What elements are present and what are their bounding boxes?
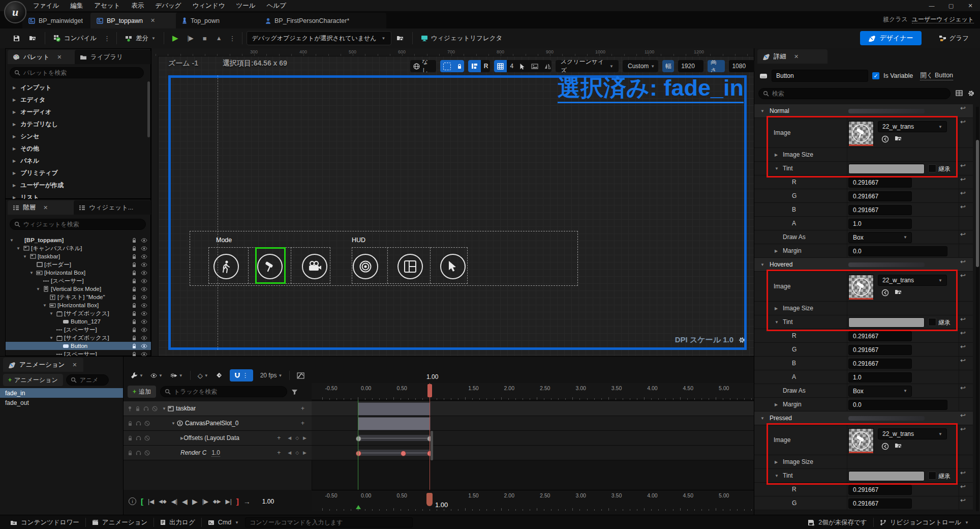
hierarchy-row-0[interactable]: ▼ [BP_toppawn] xyxy=(6,236,151,244)
size-preset-dropdown[interactable]: Custom▼ xyxy=(625,60,658,72)
menu-4[interactable]: デバッグ xyxy=(150,1,186,11)
compile-button[interactable]: コンパイル xyxy=(49,31,101,45)
playback-start-marker[interactable] xyxy=(356,505,361,509)
track-header-3[interactable]: Render C1.0 + ◀◇▶ xyxy=(124,446,312,460)
block-icon[interactable] xyxy=(144,450,150,456)
browse-asset-icon[interactable] xyxy=(895,443,902,449)
lock-icon[interactable] xyxy=(128,450,133,456)
G-value-input[interactable]: 0.291667 xyxy=(848,191,912,201)
is-variable-checkbox[interactable]: ✓ xyxy=(872,72,879,79)
track-timeline-2[interactable] xyxy=(312,431,754,446)
add-keyframe-icon[interactable]: ◇ xyxy=(295,450,299,455)
doc-tab-1[interactable]: BP_toppawn ✕ xyxy=(90,13,184,28)
to-front-button[interactable]: |◀ xyxy=(148,498,154,505)
Margin-value-input[interactable]: 0.0 xyxy=(848,400,947,410)
animation-item-fade_out[interactable]: fade_out xyxy=(0,398,123,407)
step-back-button[interactable]: ◀| xyxy=(171,498,177,505)
reset-icon[interactable]: ↩ xyxy=(960,230,966,238)
track-scrollbar[interactable] xyxy=(431,431,433,460)
designer-viewport[interactable]: 300400500600700800900100011001200 ズーム -1… xyxy=(151,48,755,356)
visibility-eye-icon[interactable] xyxy=(141,328,147,332)
hierarchy-row-10[interactable]: Button_127 xyxy=(6,317,151,326)
visibility-eye-icon[interactable] xyxy=(141,238,147,243)
menu-2[interactable]: アセット xyxy=(89,1,125,11)
debug-object-dropdown[interactable]: デバッグオブジェクトが選択されていません▼ xyxy=(247,31,391,45)
preview-image-button[interactable] xyxy=(528,60,541,72)
draw-as-dropdown[interactable]: Box▼ xyxy=(848,232,912,243)
tab-hierarchy[interactable]: 階層✕ xyxy=(8,200,80,215)
reset-icon[interactable]: ↩ xyxy=(960,425,966,433)
track-header-0[interactable]: ▼taskbar + xyxy=(124,401,312,416)
details-scrollbar-thumb[interactable] xyxy=(976,140,979,267)
screen-size-dropdown[interactable]: スクリーンサイズ▼ xyxy=(558,60,617,72)
output-log-button[interactable]: 出力ログ xyxy=(154,515,201,529)
next-keyframe-icon[interactable]: ▶ xyxy=(303,450,307,455)
playback-options[interactable]: ▼ xyxy=(170,372,183,379)
lock-icon[interactable] xyxy=(132,238,137,243)
A-value-input[interactable]: 1.0 xyxy=(848,372,912,383)
hierarchy-row-11[interactable]: [スペーサー] xyxy=(6,326,151,334)
mode-button-0[interactable] xyxy=(213,254,239,279)
add-track-button[interactable]: +追加 xyxy=(128,386,156,398)
grid-snap-toggle[interactable] xyxy=(494,60,507,72)
brush-asset-dropdown[interactable]: 22_w_trans▼ xyxy=(878,121,947,132)
palette-search-input[interactable]: パレットを検索 xyxy=(10,67,144,78)
draw-as-dropdown[interactable]: Box▼ xyxy=(848,386,912,397)
menu-5[interactable]: ウィンドウ xyxy=(188,1,230,11)
brush-thumbnail[interactable] xyxy=(848,428,874,453)
R-value-input[interactable]: 0.291667 xyxy=(848,485,912,495)
reset-icon[interactable]: ↩ xyxy=(960,272,966,279)
add-section-button[interactable]: + xyxy=(301,420,304,427)
lock-icon[interactable] xyxy=(132,295,137,300)
reset-icon[interactable]: ↩ xyxy=(960,483,966,490)
add-section-button[interactable]: + xyxy=(277,434,281,442)
track-section-bar[interactable] xyxy=(358,402,431,416)
detail-row-Image Size[interactable]: ▶ Image Size xyxy=(754,148,973,162)
headphone-icon[interactable] xyxy=(143,406,149,412)
close-icon[interactable]: ✕ xyxy=(72,362,77,368)
reset-icon[interactable]: ↩ xyxy=(960,162,966,169)
use-selected-icon[interactable] xyxy=(881,289,889,298)
menu-7[interactable]: ヘルプ xyxy=(262,1,291,11)
doc-tab-2[interactable]: Top_pown xyxy=(176,13,264,28)
hierarchy-row-3[interactable]: [ボーダー] xyxy=(6,260,151,269)
lock-icon[interactable] xyxy=(132,254,137,259)
next-keyframe-icon[interactable]: ▶ xyxy=(303,435,307,440)
reset-icon[interactable]: ↩ xyxy=(960,104,966,112)
lock-icon[interactable] xyxy=(132,278,137,284)
keyframe-dot[interactable] xyxy=(356,451,361,456)
reset-icon[interactable]: ↩ xyxy=(960,384,966,392)
reset-icon[interactable]: ↩ xyxy=(960,203,966,211)
maximize-button[interactable]: ▢ xyxy=(941,0,961,11)
hierarchy-row-5[interactable]: [スペーサー] xyxy=(6,277,151,285)
R-value-input[interactable]: 0.291667 xyxy=(848,331,912,341)
frame-skip-button[interactable]: |▶ xyxy=(183,31,197,45)
add-keyframe-icon[interactable]: ◇ xyxy=(295,435,299,440)
inherit-checkbox[interactable] xyxy=(928,318,936,326)
reset-icon[interactable]: ↩ xyxy=(960,412,966,419)
details-search-input[interactable]: 検索 xyxy=(758,88,951,99)
palette-category-5[interactable]: ▶その他 xyxy=(6,142,150,155)
close-icon[interactable]: ✕ xyxy=(150,17,155,24)
animation-item-fade_in[interactable]: fade_in xyxy=(0,388,123,398)
visibility-eye-icon[interactable] xyxy=(141,336,147,340)
open-button-link[interactable]: 開く Button xyxy=(920,71,953,80)
minimize-button[interactable]: — xyxy=(922,0,941,11)
step-forward-button[interactable]: |▶ xyxy=(202,498,208,505)
menu-0[interactable]: ファイル xyxy=(28,1,64,11)
cursor-tool-button[interactable] xyxy=(516,60,528,72)
visibility-eye-icon[interactable] xyxy=(141,279,147,283)
headphone-icon[interactable] xyxy=(136,435,141,441)
widget-reflector-button[interactable]: ウィジェットリフレクタ xyxy=(417,31,507,45)
reset-icon[interactable]: ↩ xyxy=(960,315,966,323)
reset-icon[interactable]: ↩ xyxy=(960,343,966,350)
G-value-input[interactable]: 0.291667 xyxy=(848,345,912,355)
palette-category-6[interactable]: ▶パネル xyxy=(6,155,150,167)
loop-end-bracket[interactable]: ] xyxy=(236,497,239,506)
tint-color-swatch[interactable] xyxy=(848,471,925,481)
lock-icon[interactable] xyxy=(132,343,137,349)
prev-keyframe-icon[interactable]: ◀ xyxy=(288,435,291,440)
details-section-Pressed[interactable]: ▼ Pressed ↩ xyxy=(754,412,973,425)
brush-asset-dropdown[interactable]: 22_w_trans▼ xyxy=(878,275,947,286)
timeline-range-bar[interactable]: -0.50 0.00 0.50 1.50 2.00 2.50 3.00 3.50… xyxy=(312,490,754,511)
